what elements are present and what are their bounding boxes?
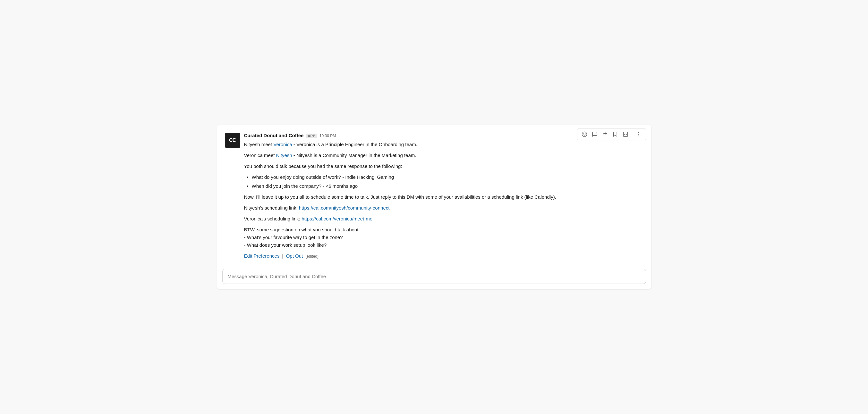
message-row: CC Curated Donut and Coffee APP 10:30 PM…: [225, 133, 644, 260]
message-input[interactable]: [222, 269, 646, 284]
intro-line-2: Veronica meet Nityesh - Nityesh is a Com…: [244, 151, 644, 159]
list-item-1: What do you enjoy doing outside of work?…: [252, 173, 644, 181]
message-body: Nityesh meet Veronica - Veronica is a Pr…: [244, 141, 644, 260]
edited-indicator: (edited): [305, 254, 318, 258]
svg-point-0: [582, 132, 587, 137]
list-item-2: When did you join the company? - <6 mont…: [252, 182, 644, 190]
schedule-intro: Now, I'll leave it up to you all to sche…: [244, 193, 644, 201]
message-content: Curated Donut and Coffee APP 10:30 PM Ni…: [244, 133, 644, 260]
nityesh-cal-link[interactable]: https://cal.com/nityesh/community-connec…: [299, 205, 390, 210]
chat-window: CC Curated Donut and Coffee APP 10:30 PM…: [217, 125, 651, 289]
message-toolbar: [577, 128, 646, 140]
edit-preferences-link[interactable]: Edit Preferences: [244, 253, 280, 258]
mark-unread-button[interactable]: [621, 130, 630, 139]
common-response-intro: You both should talk because you had the…: [244, 163, 644, 170]
app-badge: APP: [306, 134, 317, 138]
avatar: CC: [225, 133, 240, 148]
veronica-cal-link[interactable]: https://cal.com/veronica/meet-me: [302, 216, 372, 221]
emoji-reaction-button[interactable]: [580, 130, 589, 139]
svg-point-5: [638, 134, 639, 135]
opt-out-link[interactable]: Opt Out: [286, 253, 303, 258]
more-actions-button[interactable]: [634, 130, 643, 139]
suggestions: BTW, some suggestion on what you should …: [244, 226, 644, 249]
footer-actions: Edit Preferences | Opt Out (edited): [244, 252, 644, 260]
nityesh-scheduling: Nityesh's scheduling link: https://cal.c…: [244, 204, 644, 212]
veronica-scheduling: Veronica's scheduling link: https://cal.…: [244, 215, 644, 223]
message-input-area: [217, 265, 651, 289]
message-timestamp: 10:30 PM: [319, 134, 336, 138]
bookmark-button[interactable]: [611, 130, 620, 139]
reply-in-thread-button[interactable]: [590, 130, 599, 139]
svg-point-4: [638, 132, 639, 133]
toolbar-divider: [632, 131, 632, 137]
sender-name: Curated Donut and Coffee: [244, 133, 304, 138]
intro-line-1: Nityesh meet Veronica - Veronica is a Pr…: [244, 141, 644, 148]
nityesh-link[interactable]: Nityesh: [276, 152, 292, 158]
forward-button[interactable]: [600, 130, 610, 139]
veronica-link[interactable]: Veronica: [273, 142, 292, 147]
message-area: CC Curated Donut and Coffee APP 10:30 PM…: [217, 125, 651, 265]
separator: |: [282, 253, 284, 258]
common-responses-list: What do you enjoy doing outside of work?…: [252, 173, 644, 190]
svg-point-6: [638, 136, 639, 136]
